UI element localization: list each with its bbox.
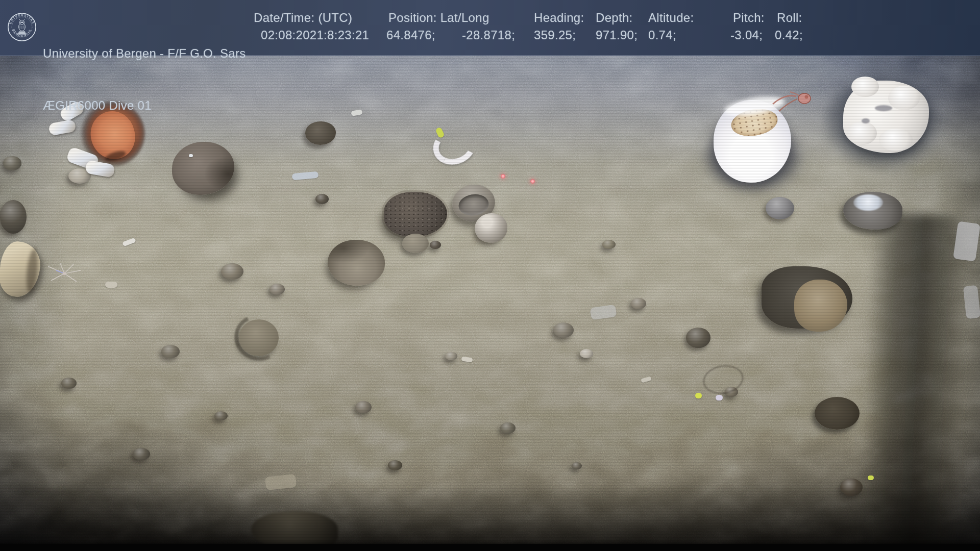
pebble [766,197,794,219]
yellow-organism-speck [868,475,874,480]
vessel-id-block: University of Bergen - F/F G.O. Sars ÆGI… [43,10,246,149]
logo-ring-text-bottom: BERGENSIS [12,29,32,37]
pebble [580,349,593,358]
svg-text:UNIVERSITAS: UNIVERSITAS [8,13,36,25]
position-label: Position: Lat/Long [388,11,489,25]
shell-fragment [963,285,980,319]
dropstone-small-dark [305,121,336,145]
shell-fragment [265,474,297,490]
sponge-crevice [862,118,870,123]
shell-fragment [716,395,723,400]
sponge-lobe [851,77,879,97]
shell-fragment [590,305,617,320]
shell-fragment [189,154,193,157]
roll-value: 0.42; [775,28,803,42]
sponge-lobe [847,121,877,145]
pebble [388,460,402,470]
latitude-value: 64.8476; [386,28,462,42]
telemetry-bar: UNIVERSITAS BERGENSIS University of Berg… [0,0,980,56]
longitude-value: -28.8718; [462,28,515,42]
position-value: 64.8476;-28.8718; [386,28,515,42]
sponge-crevice [875,105,892,111]
shell-fragment [641,377,651,383]
shell-fragment [122,238,136,246]
pebble [221,263,243,280]
pebble [270,284,285,295]
datetime-value: 02:08:2021:8:23:21 [261,28,369,42]
dropstone-round-gray [328,240,385,286]
shell-fragment [351,109,362,116]
pebble [0,200,27,234]
shell-fragment [292,171,319,180]
red-crustacean [770,88,817,119]
pebble [214,411,228,420]
tan-encrusted-stone [794,280,847,332]
pebble [315,194,329,204]
yellow-organism-speck [695,393,702,398]
sponge-lobe [879,129,913,151]
heading-value: 359.25; [534,28,576,42]
pebble [572,462,582,469]
pitch-value: -3.04; [730,28,763,42]
pebble [61,378,77,389]
pebble [445,352,457,360]
pebble [430,241,441,249]
shell-fragment [105,282,117,288]
stone-with-sediment-ring [239,319,279,356]
svg-text:BERGENSIS: BERGENSIS [12,29,32,37]
sea-spider [44,261,86,287]
pebble [3,156,21,170]
pebble [686,328,710,348]
datetime-label: Date/Time: (UTC) [254,11,352,25]
organization-line: University of Bergen - F/F G.O. Sars [43,45,246,62]
pebble [355,401,372,413]
heading-label: Heading: [534,11,584,25]
laser-dot-left [501,174,505,179]
shell-fragment [461,357,473,363]
rock-ledge-shadow [855,212,971,551]
letterbox-strip [0,544,980,551]
pebble [500,422,516,434]
smooth-shiny-stone [475,213,507,243]
altitude-value: 0.74; [648,28,676,42]
university-logo: UNIVERSITAS BERGENSIS [7,12,37,42]
dark-stone-bottom-right [815,397,860,430]
owl-icon [18,19,26,35]
pale-debris [0,240,42,299]
pebble [602,240,616,249]
altitude-label: Altitude: [648,11,694,25]
depth-value: 971.90; [596,28,638,42]
faint-sediment-ring [701,362,746,397]
dropstone-mound [172,142,234,195]
dropstone-large-textured [384,192,447,237]
pebble [553,322,574,338]
flat-pebble [402,234,429,253]
rov-video-frame: UNIVERSITAS BERGENSIS University of Berg… [0,0,980,551]
roll-label: Roll: [777,11,802,25]
sponge-lobe [888,86,920,110]
pebble [161,345,180,358]
shell-fragment [953,221,980,261]
pitch-label: Pitch: [733,11,765,25]
laser-dot-right [530,179,535,184]
pebble [631,298,646,309]
stone-with-bright-top [843,192,902,230]
depth-label: Depth: [596,11,633,25]
logo-ring-text-top: UNIVERSITAS [8,13,36,25]
pebble [133,448,150,460]
dive-line: ÆGIR6000 Dive 01 [43,97,246,114]
